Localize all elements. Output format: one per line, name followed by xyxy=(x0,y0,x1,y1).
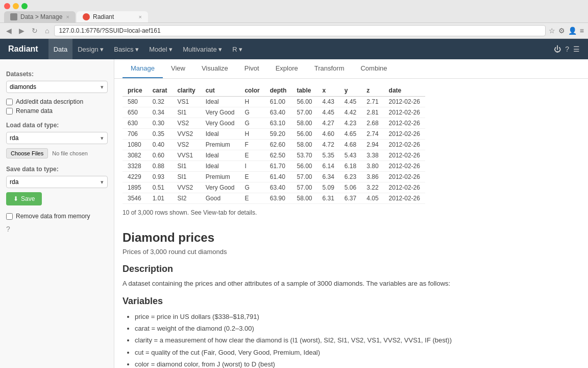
cell-5-table: 53.70 xyxy=(291,150,317,161)
cell-0-y: 4.45 xyxy=(339,97,361,107)
cell-4-carat: 0.40 xyxy=(148,140,173,150)
nav-multivariate[interactable]: Multivariate ▾ xyxy=(178,39,227,59)
cell-0-table: 56.00 xyxy=(291,97,317,107)
tab-favicon xyxy=(10,13,17,20)
cell-9-z: 4.05 xyxy=(361,193,383,204)
tab-transform[interactable]: Transform xyxy=(306,59,353,78)
cell-7-price: 4229 xyxy=(122,172,148,182)
list-item: price = price in US dollars ($338–$18,79… xyxy=(135,311,580,323)
cell-2-color: G xyxy=(239,118,264,129)
tab-close-radiant-icon[interactable]: × xyxy=(139,14,142,20)
cell-4-table: 58.00 xyxy=(291,140,317,150)
top-navigation: Radiant Data Design ▾ Basics ▾ Model ▾ M… xyxy=(0,39,588,59)
save-icon: ⬇ xyxy=(13,195,18,202)
app-body: Datasets: diamonds Add/edit data descrip… xyxy=(0,59,588,368)
cell-3-carat: 0.35 xyxy=(148,129,173,140)
nav-power-icon[interactable]: ⏻ xyxy=(554,45,561,53)
nav-basics[interactable]: Basics ▾ xyxy=(109,39,144,59)
list-item: color = diamond color, from J (worst) to… xyxy=(135,358,580,368)
menu-icon[interactable]: ≡ xyxy=(580,27,584,35)
cell-4-clarity: VS2 xyxy=(172,140,200,150)
nav-data[interactable]: Data xyxy=(48,39,72,59)
back-button[interactable]: ◀ xyxy=(4,26,14,36)
list-item: clarity = a measurement of how clear the… xyxy=(135,334,580,346)
choose-files-button[interactable]: Choose Files xyxy=(6,148,48,158)
maximize-button[interactable] xyxy=(21,3,28,9)
cell-5-z: 3.38 xyxy=(361,150,383,161)
cell-0-depth: 61.00 xyxy=(265,97,292,107)
cell-0-carat: 0.32 xyxy=(148,97,173,107)
tab-visualize[interactable]: Visualize xyxy=(193,59,236,78)
nav-settings-icon[interactable]: ☰ xyxy=(573,45,580,53)
dataset-select[interactable]: diamonds xyxy=(6,81,108,93)
brand-logo: Radiant xyxy=(8,44,38,54)
sidebar: Datasets: diamonds Add/edit data descrip… xyxy=(0,59,114,368)
cell-9-carat: 1.01 xyxy=(148,193,173,204)
cell-3-price: 706 xyxy=(122,129,148,140)
cell-2-cut: Very Good xyxy=(201,118,240,129)
tab-data-manage[interactable]: Data > Manage × xyxy=(4,11,76,22)
add-edit-description-checkbox[interactable] xyxy=(6,99,13,105)
reload-button[interactable]: ↻ xyxy=(30,26,40,36)
cell-8-y: 5.06 xyxy=(339,182,361,193)
user-icon[interactable]: 👤 xyxy=(568,27,577,35)
nav-model[interactable]: Model ▾ xyxy=(144,39,178,59)
save-type-select[interactable]: rda csv xlsx json xyxy=(6,176,108,188)
cell-2-carat: 0.30 xyxy=(148,118,173,129)
table-row: 42290.93SI1PremiumE61.4057.006.346.233.8… xyxy=(122,172,425,182)
load-data-label: Load data of type: xyxy=(6,122,108,129)
close-button[interactable] xyxy=(4,3,10,9)
cell-1-cut: Very Good xyxy=(201,107,240,118)
cell-0-date: 2012-02-26 xyxy=(384,97,425,107)
load-type-select[interactable]: rda csv xlsx json xyxy=(6,132,108,144)
description-body: A dataset containing the prices and othe… xyxy=(122,279,580,289)
remove-data-checkbox[interactable] xyxy=(6,213,13,220)
table-row: 6300.30VS2Very GoodG63.1058.004.274.232.… xyxy=(122,118,425,129)
tab-radiant[interactable]: Radiant × xyxy=(77,11,148,22)
rename-data-checkbox[interactable] xyxy=(6,108,13,114)
help-icon[interactable]: ? xyxy=(6,225,108,233)
tab-manage[interactable]: Manage xyxy=(122,59,163,78)
table-body: 5800.32VS1IdealH61.0056.004.434.452.7120… xyxy=(122,97,425,204)
cell-8-price: 1895 xyxy=(122,182,148,193)
column-header-carat: carat xyxy=(148,85,173,97)
cell-8-carat: 0.51 xyxy=(148,182,173,193)
cell-3-depth: 59.20 xyxy=(265,129,292,140)
datasets-label: Datasets: xyxy=(6,71,108,78)
nav-help-icon[interactable]: ? xyxy=(565,45,569,53)
save-button[interactable]: ⬇ Save xyxy=(6,192,42,205)
cell-5-color: E xyxy=(239,150,264,161)
cell-5-cut: Ideal xyxy=(201,150,240,161)
cell-7-date: 2012-02-26 xyxy=(384,172,425,182)
cell-9-cut: Good xyxy=(201,193,240,204)
extensions-icon[interactable]: ⚙ xyxy=(558,27,565,35)
cell-3-cut: Ideal xyxy=(201,129,240,140)
table-row: 7060.35VVS2IdealH59.2056.004.604.652.742… xyxy=(122,129,425,140)
cell-5-depth: 62.50 xyxy=(265,150,292,161)
home-button[interactable]: ⌂ xyxy=(43,26,51,36)
table-row: 33280.88SI1IdealI61.7056.006.146.183.802… xyxy=(122,161,425,172)
bookmark-icon[interactable]: ☆ xyxy=(549,27,555,35)
nav-design[interactable]: Design ▾ xyxy=(72,39,109,59)
url-bar[interactable] xyxy=(54,25,545,36)
description-heading: Description xyxy=(122,264,580,274)
column-header-date: date xyxy=(384,85,425,97)
cell-0-clarity: VS1 xyxy=(172,97,200,107)
cell-3-z: 2.74 xyxy=(361,129,383,140)
tab-close-icon[interactable]: × xyxy=(66,14,69,20)
minimize-button[interactable] xyxy=(13,3,19,9)
nav-r[interactable]: R ▾ xyxy=(227,39,248,59)
cell-1-color: G xyxy=(239,107,264,118)
cell-9-y: 6.37 xyxy=(339,193,361,204)
remove-data-label: Remove data from memory xyxy=(16,213,90,220)
column-header-x: x xyxy=(317,85,339,97)
cell-5-carat: 0.60 xyxy=(148,150,173,161)
tab-view[interactable]: View xyxy=(163,59,193,78)
cell-7-clarity: SI1 xyxy=(172,172,200,182)
forward-button[interactable]: ▶ xyxy=(17,26,27,36)
column-header-cut: cut xyxy=(201,85,240,97)
tab-bar: Manage View Visualize Pivot Explore Tran… xyxy=(114,59,588,79)
tab-combine[interactable]: Combine xyxy=(352,59,395,78)
tab-pivot[interactable]: Pivot xyxy=(236,59,267,78)
tab-explore[interactable]: Explore xyxy=(267,59,306,78)
